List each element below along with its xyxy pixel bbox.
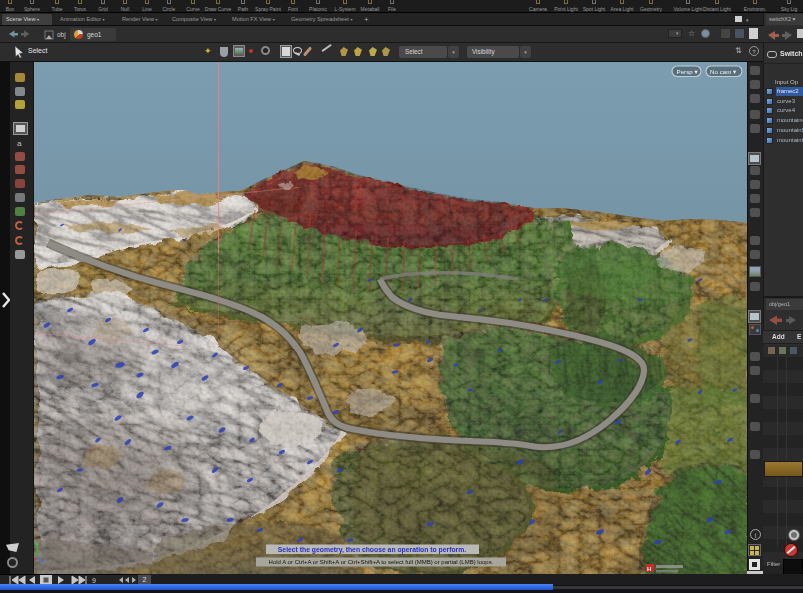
svg-text:No cam ▾: No cam ▾ — [710, 68, 737, 75]
svg-text:Persp ▾: Persp ▾ — [677, 68, 699, 75]
svg-text:Hold A or Ctrl+A or Shift+A or: Hold A or Ctrl+A or Shift+A or Ctrl+Shif… — [269, 559, 494, 565]
svg-text:9: 9 — [92, 577, 96, 584]
svg-text:H: H — [647, 566, 651, 572]
svg-text:Select the geometry, then choo: Select the geometry, then choose an oper… — [278, 546, 466, 554]
